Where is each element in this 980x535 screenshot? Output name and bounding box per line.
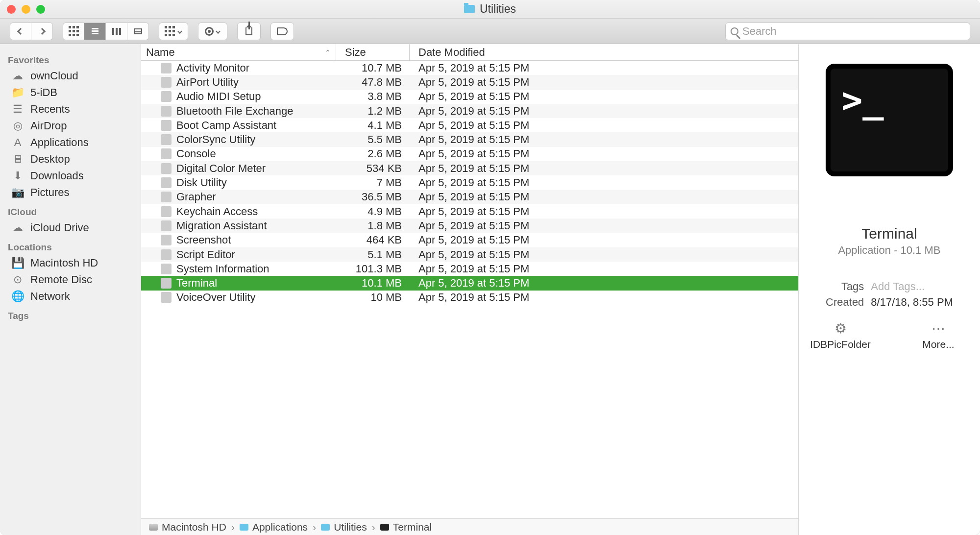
sidebar-item-icon: ☁ xyxy=(11,221,24,234)
name-column-header[interactable]: Name⌃ xyxy=(141,44,336,60)
file-size: 1.2 MB xyxy=(336,105,410,118)
sidebar-item[interactable]: 📷Pictures xyxy=(0,184,141,201)
sidebar-item[interactable]: 💾Macintosh HD xyxy=(0,255,141,271)
folder-icon xyxy=(464,5,475,13)
breadcrumb-icon xyxy=(380,524,389,531)
action-button[interactable] xyxy=(198,23,227,40)
icon-view-button[interactable] xyxy=(63,23,84,40)
breadcrumb-icon xyxy=(149,524,158,531)
breadcrumb[interactable]: Utilities xyxy=(321,521,367,533)
file-name: VoiceOver Utility xyxy=(176,291,255,304)
file-size: 1.8 MB xyxy=(336,219,410,232)
table-row[interactable]: Script Editor5.1 MBApr 5, 2019 at 5:15 P… xyxy=(141,247,798,262)
table-row[interactable]: Screenshot464 KBApr 5, 2019 at 5:15 PM xyxy=(141,233,798,247)
list-view-button[interactable] xyxy=(84,23,106,40)
breadcrumb-separator: › xyxy=(231,521,235,533)
search-field[interactable] xyxy=(725,23,970,40)
tags-label: Tags xyxy=(826,280,864,293)
table-row[interactable]: Terminal10.1 MBApr 5, 2019 at 5:15 PM xyxy=(141,276,798,290)
preview-actions: ⚙IDBPicFolder ⋯More... xyxy=(811,320,968,350)
sidebar-item[interactable]: ☰Recents xyxy=(0,101,141,118)
file-date: Apr 5, 2019 at 5:15 PM xyxy=(410,291,798,304)
sidebar-item-label: Network xyxy=(30,290,70,303)
traffic-lights xyxy=(7,5,45,14)
file-icon xyxy=(161,220,172,231)
breadcrumb[interactable]: Applications xyxy=(240,521,308,533)
file-icon xyxy=(161,163,172,174)
share-icon xyxy=(245,27,252,35)
sidebar-item-icon: ⊙ xyxy=(11,273,24,286)
file-icon xyxy=(161,77,172,88)
breadcrumb[interactable]: Terminal xyxy=(380,521,432,533)
sidebar-item-label: Applications xyxy=(30,136,89,149)
sidebar-item[interactable]: 🖥Desktop xyxy=(0,151,141,168)
table-row[interactable]: Bluetooth File Exchange1.2 MBApr 5, 2019… xyxy=(141,104,798,118)
minimize-button[interactable] xyxy=(22,5,30,14)
table-row[interactable]: ColorSync Utility5.5 MBApr 5, 2019 at 5:… xyxy=(141,132,798,146)
file-name: Boot Camp Assistant xyxy=(176,119,276,132)
table-row[interactable]: Keychain Access4.9 MBApr 5, 2019 at 5:15… xyxy=(141,204,798,219)
back-button[interactable] xyxy=(10,23,31,40)
arrange-button[interactable] xyxy=(159,23,188,40)
tags-field[interactable]: Add Tags... xyxy=(871,280,953,293)
sidebar-item[interactable]: 🌐Network xyxy=(0,288,141,305)
view-switcher xyxy=(63,23,149,40)
table-row[interactable]: System Information101.3 MBApr 5, 2019 at… xyxy=(141,262,798,276)
table-row[interactable]: Audio MIDI Setup3.8 MBApr 5, 2019 at 5:1… xyxy=(141,90,798,104)
forward-button[interactable] xyxy=(31,23,53,40)
sidebar-item[interactable]: 📁5-iDB xyxy=(0,84,141,101)
breadcrumb-label: Macintosh HD xyxy=(162,521,226,533)
size-column-header[interactable]: Size xyxy=(336,44,410,60)
sidebar-item-icon: 📷 xyxy=(11,186,24,199)
table-row[interactable]: Disk Utility7 MBApr 5, 2019 at 5:15 PM xyxy=(141,175,798,190)
file-date: Apr 5, 2019 at 5:15 PM xyxy=(410,263,798,275)
sidebar-item-label: Downloads xyxy=(30,170,84,182)
sidebar-item-label: Pictures xyxy=(30,186,69,199)
history-nav xyxy=(10,23,53,40)
table-row[interactable]: Digital Color Meter534 KBApr 5, 2019 at … xyxy=(141,161,798,175)
table-row[interactable]: Migration Assistant1.8 MBApr 5, 2019 at … xyxy=(141,219,798,233)
sidebar-item-icon: 🖥 xyxy=(11,153,24,166)
list-icon xyxy=(92,27,98,36)
close-button[interactable] xyxy=(7,5,16,14)
date-column-header[interactable]: Date Modified xyxy=(410,44,798,60)
zoom-button[interactable] xyxy=(36,5,45,14)
table-row[interactable]: VoiceOver Utility10 MBApr 5, 2019 at 5:1… xyxy=(141,291,798,305)
tags-button[interactable] xyxy=(270,23,294,40)
preview-subtitle: Application - 10.1 MB xyxy=(838,244,940,257)
table-row[interactable]: Grapher36.5 MBApr 5, 2019 at 5:15 PM xyxy=(141,190,798,204)
share-button[interactable] xyxy=(237,23,261,40)
sidebar-item[interactable]: ⊙Remote Disc xyxy=(0,271,141,288)
file-name: Audio MIDI Setup xyxy=(176,90,261,103)
quick-action-1[interactable]: ⚙IDBPicFolder xyxy=(811,320,870,350)
sidebar-header: Favorites xyxy=(0,49,141,68)
preview-pane: >_ Terminal Application - 10.1 MB Tags A… xyxy=(799,44,980,535)
sidebar-item[interactable]: ☁ownCloud xyxy=(0,68,141,84)
sidebar-item[interactable]: ◎AirDrop xyxy=(0,118,141,134)
gear-icon: ⚙ xyxy=(834,320,847,337)
chevron-down-icon xyxy=(216,29,220,34)
file-icon xyxy=(161,192,172,202)
file-icon xyxy=(161,134,172,145)
file-date: Apr 5, 2019 at 5:15 PM xyxy=(410,76,798,89)
quick-action-more[interactable]: ⋯More... xyxy=(909,320,968,350)
sidebar-item[interactable]: ☁iCloud Drive xyxy=(0,219,141,236)
search-input[interactable] xyxy=(742,25,965,38)
column-view-button[interactable] xyxy=(106,23,127,40)
sidebar-item[interactable]: AApplications xyxy=(0,134,141,151)
sidebar-item[interactable]: ⬇Downloads xyxy=(0,168,141,184)
breadcrumb[interactable]: Macintosh HD xyxy=(149,521,226,533)
table-row[interactable]: Boot Camp Assistant4.1 MBApr 5, 2019 at … xyxy=(141,118,798,132)
sidebar-item-label: Recents xyxy=(30,103,70,116)
table-row[interactable]: Activity Monitor10.7 MBApr 5, 2019 at 5:… xyxy=(141,61,798,75)
file-date: Apr 5, 2019 at 5:15 PM xyxy=(410,119,798,132)
table-row[interactable]: AirPort Utility47.8 MBApr 5, 2019 at 5:1… xyxy=(141,75,798,89)
preview-metadata: Tags Add Tags... Created 8/17/18, 8:55 P… xyxy=(826,280,953,309)
table-row[interactable]: Console2.6 MBApr 5, 2019 at 5:15 PM xyxy=(141,147,798,161)
breadcrumb-label: Utilities xyxy=(334,521,367,533)
file-size: 464 KB xyxy=(336,234,410,246)
file-name: Terminal xyxy=(176,277,217,290)
toolbar xyxy=(0,19,980,44)
gallery-view-button[interactable] xyxy=(127,23,149,40)
sidebar-item-label: Desktop xyxy=(30,153,70,166)
